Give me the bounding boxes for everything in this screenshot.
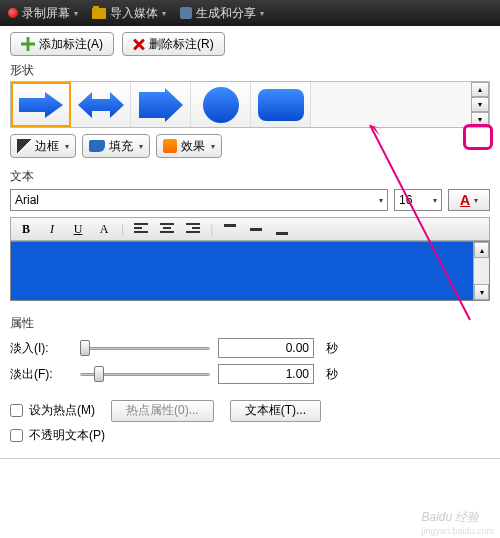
menu-record-label: 录制屏幕 [22,5,70,22]
valign-top-button[interactable] [221,220,239,238]
svg-marker-2 [139,88,183,122]
font-color-inline[interactable]: A [95,220,113,238]
shape-gallery: ▴ ▾ ▾ [10,81,490,128]
shape-arrow-double[interactable] [71,82,131,127]
watermark-main: Baidu 经验 [421,510,479,524]
shape-scroll-down[interactable]: ▾ [471,97,489,112]
chevron-down-icon: ▾ [162,9,166,18]
font-size-value: 16 [399,193,412,207]
shape-rounded-rect[interactable] [251,82,311,127]
main-menubar: 录制屏幕 ▾ 导入媒体 ▾ 生成和分享 ▾ [0,0,500,26]
chevron-down-icon: ▾ [65,142,69,151]
menu-share-label: 生成和分享 [196,5,256,22]
add-callout-label: 添加标注(A) [39,36,103,53]
text-preview-scrollbar[interactable]: ▴ ▾ [473,242,489,300]
shape-scroll-up[interactable]: ▴ [471,82,489,97]
scroll-down-button[interactable]: ▾ [474,284,489,300]
pen-icon [17,139,31,153]
fadein-input[interactable] [218,338,314,358]
svg-marker-0 [19,92,63,118]
shape-arrow-right[interactable] [11,82,71,127]
font-select[interactable]: Arial ▾ [10,189,388,211]
menu-record[interactable]: 录制屏幕 ▾ [8,5,78,22]
align-right-button[interactable] [184,220,202,238]
opaque-checkbox[interactable] [10,429,23,442]
bucket-icon [89,140,105,152]
watermark-sub: jingyan.baidu.com [421,526,494,536]
callout-panel: 添加标注(A) 删除标注(R) 形状 ▴ [0,26,500,459]
effects-button[interactable]: 效果 ▾ [156,134,222,158]
hotspot-props-button[interactable]: 热点属性(0)... [111,400,214,422]
valign-middle-button[interactable] [247,220,265,238]
bold-button[interactable]: B [17,220,35,238]
fadein-label: 淡入(I): [10,340,72,357]
opaque-checkbox-row[interactable]: 不透明文本(P) [10,427,490,444]
menu-import-label: 导入媒体 [110,5,158,22]
format-toolbar: B I U A | | [10,217,490,241]
fadein-slider[interactable] [80,339,210,357]
chevron-down-icon: ▾ [474,196,478,205]
shape-circle[interactable] [191,82,251,127]
shape-section-label: 形状 [10,62,490,79]
shape-scroll-more[interactable]: ▾ [471,112,489,127]
add-callout-button[interactable]: 添加标注(A) [10,32,114,56]
fadeout-slider[interactable] [80,365,210,383]
text-section-label: 文本 [10,168,490,185]
remove-callout-label: 删除标注(R) [149,36,214,53]
x-icon [133,38,145,50]
effects-icon [163,139,177,153]
chevron-down-icon: ▾ [379,196,383,205]
align-left-button[interactable] [132,220,150,238]
chevron-down-icon: ▾ [211,142,215,151]
chevron-down-icon: ▾ [260,9,264,18]
scroll-up-button[interactable]: ▴ [474,242,489,258]
plus-icon [21,37,35,51]
svg-point-3 [203,87,239,123]
effects-label: 效果 [181,138,205,155]
chevron-down-icon: ▾ [433,196,437,205]
hotspot-checkbox-row[interactable]: 设为热点(M) [10,402,95,419]
remove-callout-button[interactable]: 删除标注(R) [122,32,225,56]
font-color-button[interactable]: A ▾ [448,189,490,211]
valign-bottom-button[interactable] [273,220,291,238]
textbox-button[interactable]: 文本框(T)... [230,400,321,422]
border-button[interactable]: 边框 ▾ [10,134,76,158]
italic-button[interactable]: I [43,220,61,238]
fadeout-label: 淡出(F): [10,366,72,383]
svg-rect-7 [276,232,288,235]
svg-rect-5 [224,224,236,227]
fadeout-unit: 秒 [326,366,338,383]
shape-arrow-wide[interactable] [131,82,191,127]
shape-scroller-buttons: ▴ ▾ ▾ [471,82,489,127]
hotspot-checkbox[interactable] [10,404,23,417]
svg-rect-4 [258,89,304,121]
chevron-down-icon: ▾ [139,142,143,151]
svg-rect-6 [250,228,262,231]
hotspot-label: 设为热点(M) [29,402,95,419]
record-icon [8,8,18,18]
opaque-label: 不透明文本(P) [29,427,105,444]
fill-button[interactable]: 填充 ▾ [82,134,150,158]
svg-marker-1 [78,92,124,118]
border-label: 边框 [35,138,59,155]
align-center-button[interactable] [158,220,176,238]
fadeout-input[interactable] [218,364,314,384]
font-name-value: Arial [15,193,39,207]
folder-icon [92,8,106,19]
menu-import[interactable]: 导入媒体 ▾ [92,5,166,22]
chevron-down-icon: ▾ [74,9,78,18]
properties-section-label: 属性 [10,315,490,332]
watermark: Baidu 经验 jingyan.baidu.com [421,508,494,536]
fadein-unit: 秒 [326,340,338,357]
font-size-select[interactable]: 16 ▾ [394,189,442,211]
fill-label: 填充 [109,138,133,155]
share-icon [180,7,192,19]
text-preview-area[interactable]: ▴ ▾ [10,241,490,301]
font-color-icon: A [460,192,470,208]
menu-share[interactable]: 生成和分享 ▾ [180,5,264,22]
underline-button[interactable]: U [69,220,87,238]
